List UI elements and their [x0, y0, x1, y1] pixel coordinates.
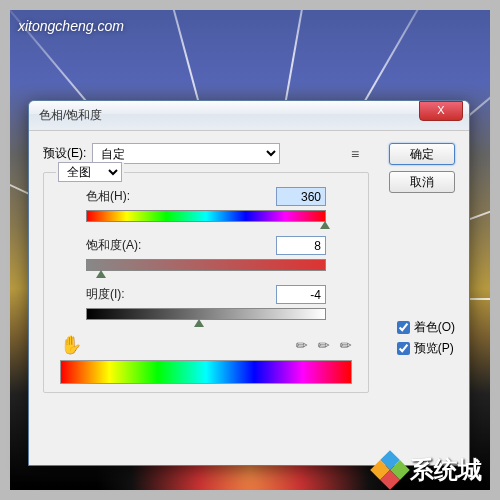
titlebar[interactable]: 色相/饱和度 X: [29, 101, 469, 131]
hue-input[interactable]: [276, 187, 326, 206]
sat-thumb[interactable]: [96, 270, 106, 278]
light-track[interactable]: [86, 308, 326, 320]
preview-checkbox-label[interactable]: 预览(P): [397, 340, 455, 357]
dialog-title: 色相/饱和度: [39, 107, 102, 124]
sat-label: 饱和度(A):: [86, 237, 141, 254]
brand-text: 系统城: [410, 454, 482, 486]
preset-label: 预设(E):: [43, 145, 86, 162]
cancel-button[interactable]: 取消: [389, 171, 455, 193]
hue-slider-block: 色相(H):: [86, 187, 326, 222]
light-thumb[interactable]: [194, 319, 204, 327]
channel-select-wrap: 全图: [56, 162, 124, 182]
channel-select[interactable]: 全图: [58, 162, 122, 182]
brand-logo-icon: [370, 450, 410, 490]
colorize-checkbox-label[interactable]: 着色(O): [397, 319, 455, 336]
ok-button[interactable]: 确定: [389, 143, 455, 165]
eyedropper-subtract-icon[interactable]: ✎: [336, 335, 356, 355]
spectrum-bar: [60, 360, 352, 384]
preview-checkbox[interactable]: [397, 342, 410, 355]
brand-badge: 系统城: [376, 454, 482, 486]
eyedropper-icon[interactable]: ✎: [292, 335, 312, 355]
light-label: 明度(I):: [86, 286, 125, 303]
preset-select[interactable]: 自定: [92, 143, 280, 164]
hue-label: 色相(H):: [86, 188, 130, 205]
sat-slider-block: 饱和度(A):: [86, 236, 326, 271]
watermark-text: xitongcheng.com: [18, 18, 124, 34]
eyedropper-group: ✎ ✎ ✎: [296, 337, 352, 353]
eyedropper-add-icon[interactable]: ✎: [314, 335, 334, 355]
preset-menu-icon[interactable]: ≡: [351, 147, 369, 161]
hue-thumb[interactable]: [320, 221, 330, 229]
hue-saturation-dialog: 色相/饱和度 X 预设(E): 自定 ≡ 全图 色: [28, 100, 470, 466]
sat-track[interactable]: [86, 259, 326, 271]
light-input[interactable]: [276, 285, 326, 304]
colorize-checkbox[interactable]: [397, 321, 410, 334]
slider-group: 全图 色相(H): 饱和度(A):: [43, 172, 369, 393]
sat-input[interactable]: [276, 236, 326, 255]
scrub-icon[interactable]: ✋: [60, 334, 82, 356]
close-button[interactable]: X: [419, 101, 463, 121]
hue-track[interactable]: [86, 210, 326, 222]
light-slider-block: 明度(I):: [86, 285, 326, 320]
